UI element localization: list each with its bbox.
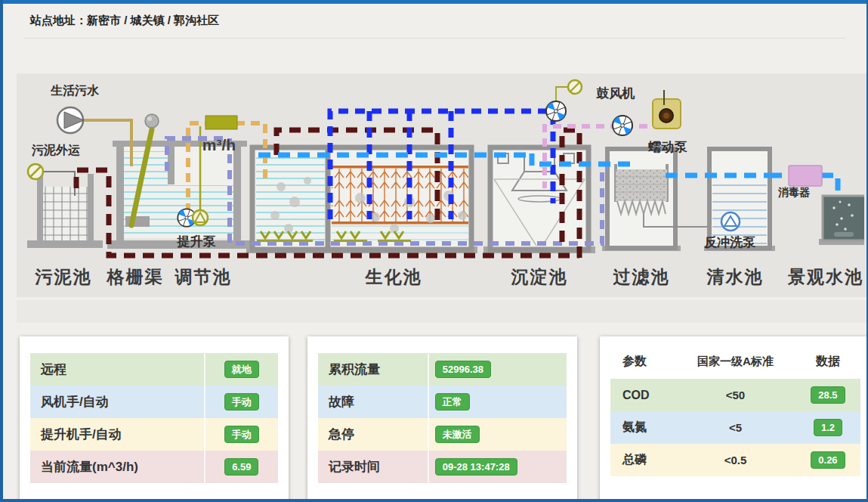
row-label: 远程 [30, 361, 204, 378]
row-label: 风机手/自动 [30, 393, 204, 411]
label-flow-unit: m³/h [202, 136, 236, 153]
peristaltic-pump-icon [653, 90, 681, 129]
quality-header-standard: 国家一级A标准 [675, 355, 795, 369]
tank-label-sedimentation: 沉淀池 [511, 267, 568, 287]
process-flow-svg: 生活污水 污泥外运 提升泵 m³/h 鼓风机 蠕动泵 消毒器 反冲洗泵 污泥池 … [17, 73, 864, 297]
label-backwash-pump: 反冲洗泵 [703, 235, 756, 249]
sludge-tank [27, 174, 103, 248]
control-row-current-flow: 当前流量(m^3/h) 6.59 [30, 451, 278, 483]
quality-row-cod: COD <50 28.5 [610, 379, 860, 411]
total-flow-badge: 52996.38 [435, 361, 491, 378]
flow-meter-icon [205, 116, 237, 129]
disinfector-icon [789, 166, 822, 186]
cod-value-badge: 28.5 [811, 386, 845, 404]
control-row-lift-mode: 提升机手/自动 手动 [30, 418, 278, 451]
quality-header-row: 参数 国家一级A标准 数据 [610, 344, 860, 379]
row-label: 急停 [318, 426, 428, 443]
row-label: 记录时间 [318, 458, 428, 476]
app-window: 站点地址：新密市 / 城关镇 / 郭沟社区 [0, 0, 868, 502]
lift-valve-icon [193, 210, 208, 225]
water-quality-panel: 参数 国家一级A标准 数据 COD <50 28.5 氨氮 <5 1.2 总磷 … [600, 336, 868, 502]
tank-label-sludge: 污泥池 [35, 267, 92, 287]
diagram-lower-band [17, 300, 866, 323]
estop-badge: 未激活 [435, 426, 480, 443]
tank-label-clear: 清水池 [706, 267, 764, 287]
label-sludge-out: 污泥外运 [31, 144, 81, 156]
lift-mode-badge[interactable]: 手动 [224, 426, 259, 443]
row-label: 累积流量 [318, 361, 428, 378]
quality-row-nh3n: 氨氮 <5 1.2 [610, 411, 860, 444]
current-flow-badge: 6.59 [224, 458, 258, 476]
param-name: 总磷 [610, 452, 675, 468]
param-name: COD [610, 389, 675, 402]
sewage-pump-icon [57, 107, 84, 133]
row-label: 当前流量(m^3/h) [30, 458, 204, 476]
row-label: 提升机手/自动 [30, 426, 204, 443]
param-name: 氨氮 [610, 420, 675, 435]
fault-badge: 正常 [435, 393, 470, 411]
tank-label-landscape: 景观水池 [787, 267, 863, 287]
blower-fan-icon [546, 101, 566, 121]
header-divider [24, 38, 845, 39]
label-domestic-sewage: 生活污水 [50, 84, 100, 97]
tank-label-filter: 过滤池 [613, 267, 670, 287]
param-standard: <0.5 [675, 454, 795, 466]
status-row-total-flow: 累积流量 52996.38 [318, 353, 567, 386]
tank-labels: 污泥池 格栅渠 调节池 生化池 沉淀池 过滤池 清水池 景观水池 [35, 267, 864, 287]
site-address: 站点地址：新密市 / 城关镇 / 郭沟社区 [30, 14, 219, 26]
label-blower: 鼓风机 [596, 86, 635, 101]
tank-label-bio: 生化池 [365, 267, 422, 287]
fan-mode-badge[interactable]: 手动 [224, 393, 259, 411]
tp-value-badge: 0.26 [811, 451, 845, 469]
label-disinfector: 消毒器 [777, 186, 811, 198]
blower-valve-icon [568, 80, 582, 94]
quality-header-param: 参数 [610, 354, 675, 370]
blower-fan2-icon [613, 116, 632, 135]
status-row-record-time: 记录时间 09-28 13:47:28 [318, 451, 567, 483]
row-label: 故障 [318, 393, 428, 411]
status-panel: 累积流量 52996.38 故障 正常 急停 未激活 记录时间 09-28 13… [307, 336, 577, 502]
label-lift-pump: 提升泵 [177, 234, 217, 249]
quality-header-data: 数据 [795, 354, 860, 370]
status-row-fault: 故障 正常 [318, 386, 567, 418]
label-peristaltic-pump: 蠕动泵 [648, 140, 688, 154]
tank-label-regulation: 调节池 [175, 267, 232, 287]
biochemical-tank [246, 147, 477, 253]
quality-row-tp: 总磷 <0.5 0.26 [610, 444, 860, 476]
tank-label-grille: 格栅渠 [107, 267, 164, 287]
param-standard: <50 [675, 389, 795, 401]
landscape-pool [819, 196, 864, 245]
process-diagram: 生活污水 污泥外运 提升泵 m³/h 鼓风机 蠕动泵 消毒器 反冲洗泵 污泥池 … [17, 73, 866, 297]
grille-and-regulation-tank [107, 114, 251, 249]
backwash-pump-icon [721, 212, 740, 231]
header: 站点地址：新密市 / 城关镇 / 郭沟社区 [3, 4, 866, 28]
control-panel: 远程 就地 风机手/自动 手动 提升机手/自动 手动 当前流量(m^3/h) 6… [20, 336, 289, 502]
control-row-remote: 远程 就地 [30, 353, 278, 386]
sludge-valve-icon [28, 164, 43, 179]
status-row-estop: 急停 未激活 [318, 418, 567, 451]
remote-mode-badge[interactable]: 就地 [224, 361, 259, 378]
control-row-fan-mode: 风机手/自动 手动 [30, 386, 278, 418]
param-standard: <5 [675, 421, 795, 434]
nh3n-value-badge: 1.2 [814, 419, 842, 436]
record-time-badge: 09-28 13:47:28 [435, 458, 517, 476]
